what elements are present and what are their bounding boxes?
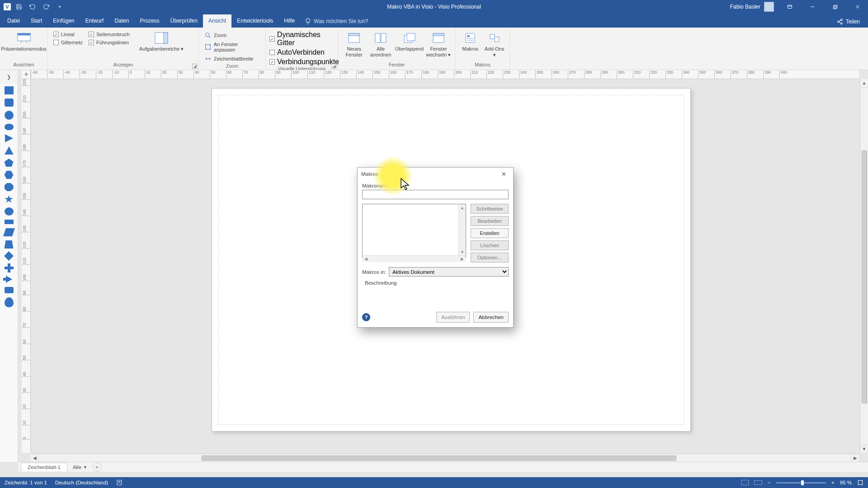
view-mode-wide-icon[interactable] [754, 480, 762, 485]
tab-start[interactable]: Start [25, 14, 47, 28]
status-language[interactable]: Deutsch (Deutschland) [55, 480, 108, 485]
macro-name-input[interactable] [362, 190, 509, 199]
macro-list-hscroll[interactable]: ◀▶ [363, 255, 466, 262]
horizontal-ruler[interactable]: -60-50-40-30-20-100102030405060708090100… [31, 70, 859, 79]
shape-rounded-rectangle[interactable] [5, 99, 14, 107]
tab-datei[interactable]: Datei [2, 14, 25, 28]
macros-in-select[interactable]: Aktives Dokument [389, 267, 509, 277]
scroll-up-icon[interactable]: ▲ [860, 79, 868, 87]
svg-line-15 [26, 41, 27, 43]
all-pages-dropdown[interactable]: Alle ▼ [68, 463, 92, 471]
fit-page-icon[interactable] [857, 479, 863, 486]
zoom-button[interactable]: Zoom [203, 31, 262, 40]
zoom-out-button[interactable]: − [768, 480, 771, 485]
shape-drop[interactable] [5, 297, 14, 307]
shape-triangle[interactable] [5, 146, 14, 155]
shape-plus[interactable] [5, 263, 14, 272]
macro-recording-icon[interactable] [116, 479, 123, 486]
task-panes-button[interactable]: Aufgabenbereiche ▾ [137, 29, 186, 54]
check-gitternetz[interactable]: Gitternetz [53, 40, 83, 45]
shape-bar[interactable] [5, 220, 14, 224]
view-mode-normal-icon[interactable] [741, 480, 749, 485]
shape-diamond[interactable] [4, 251, 14, 261]
vertical-ruler[interactable]: 0102030405060708090100110120130140150160… [22, 79, 31, 453]
shape-callout[interactable] [5, 287, 14, 293]
macros-button[interactable]: Makros [458, 29, 482, 54]
fit-window-button[interactable]: An Fenster anpassen [203, 41, 262, 53]
page-width-button[interactable]: Zeichenblattbreite [203, 54, 262, 63]
cascade-button[interactable]: Überlappend [394, 29, 425, 54]
presentation-mode-button[interactable]: Präsentationsmodus [2, 29, 46, 54]
shapes-pane-expand[interactable]: ❯ [0, 70, 18, 84]
ribbon-display-options-icon[interactable] [779, 0, 800, 14]
shape-hexagon[interactable] [5, 171, 14, 179]
edit-button[interactable]: Bearbeiten [471, 216, 509, 226]
addons-button[interactable]: Add-Ons ▾ [482, 29, 507, 59]
vscroll-thumb[interactable] [862, 150, 867, 404]
maximize-button[interactable] [825, 0, 845, 14]
macro-list-vscroll[interactable]: ▲▼ [458, 204, 466, 255]
check-verbindungspunkte[interactable]: ✓Verbindungspunkte [269, 58, 339, 66]
check-fuehrungslinien[interactable]: ✓Führungslinien [89, 40, 134, 45]
minimize-button[interactable] [802, 0, 823, 14]
page-tab-1[interactable]: Zeichenblatt-1 [21, 463, 67, 471]
cancel-button[interactable]: Abbrechen [473, 312, 509, 323]
switch-window-button[interactable]: Fenster wechseln ▾ [425, 29, 453, 59]
check-dynamisches-gitter[interactable]: ✓Dynamisches Gitter [269, 31, 339, 47]
account-area[interactable]: Fabio Basler [726, 2, 778, 12]
macro-list[interactable] [362, 204, 466, 258]
close-button[interactable] [847, 0, 868, 14]
shape-arrow[interactable] [6, 276, 12, 283]
share-button[interactable]: Teilen [830, 16, 866, 28]
run-button[interactable]: Ausführen [436, 312, 470, 323]
tab-hilfe[interactable]: Hilfe [278, 14, 300, 28]
ruler-origin[interactable]: ✥ [22, 70, 31, 79]
options-button[interactable]: Optionen... [471, 253, 509, 263]
create-button[interactable]: Erstellen [471, 228, 509, 238]
scroll-right-icon[interactable]: ▶ [851, 454, 859, 462]
scroll-left-icon[interactable]: ◀ [31, 454, 39, 462]
scroll-down-icon[interactable]: ▼ [860, 445, 868, 453]
qat-redo-icon[interactable] [41, 1, 52, 12]
shape-octagon[interactable] [5, 183, 14, 191]
tab-ansicht[interactable]: Ansicht [203, 14, 231, 28]
shape-right-triangle[interactable] [5, 134, 13, 142]
group-launcher-anzeigen[interactable]: ◢ [192, 64, 197, 69]
zoom-level[interactable]: 95 % [840, 480, 852, 485]
shape-ellipse[interactable] [5, 124, 14, 130]
step-into-button[interactable]: Schrittweise [471, 204, 509, 214]
shape-star[interactable] [5, 195, 14, 203]
delete-button[interactable]: Löschen [471, 240, 509, 250]
arrange-all-button[interactable]: Alle anordnen [367, 29, 394, 59]
check-lineal[interactable]: ✓Lineal [53, 32, 83, 37]
shape-trapezoid[interactable] [5, 240, 14, 249]
horizontal-scrollbar[interactable]: ◀ ▶ [31, 454, 859, 462]
qat-save-icon[interactable] [14, 1, 24, 12]
hscroll-thumb[interactable] [202, 455, 676, 461]
dialog-titlebar[interactable]: Makros ✕ [358, 168, 513, 180]
tab-prozess[interactable]: Prozess [134, 14, 165, 28]
zoom-slider[interactable] [776, 482, 826, 483]
tab-entwurf[interactable]: Entwurf [80, 14, 109, 28]
qat-undo-icon[interactable] [27, 1, 38, 12]
tab-überprüfen[interactable]: Überprüfen [165, 14, 203, 28]
tell-me[interactable]: Was möchten Sie tun? [300, 15, 373, 28]
shape-parallelogram[interactable] [3, 228, 15, 236]
tab-entwicklertools[interactable]: Entwicklertools [231, 14, 278, 28]
check-autoverbinden[interactable]: AutoVerbinden [269, 48, 339, 56]
qat-customize-icon[interactable]: ▾ [54, 1, 65, 12]
check-seitenumbruch[interactable]: ✓Seitenumbruch [89, 32, 134, 37]
tab-daten[interactable]: Daten [109, 14, 134, 28]
dialog-close-button[interactable]: ✕ [498, 169, 509, 179]
add-page-button[interactable]: ＋ [93, 463, 102, 472]
shape-pentagon[interactable] [5, 159, 14, 167]
tab-einfügen[interactable]: Einfügen [47, 14, 80, 28]
group-launcher-visuell[interactable]: ◢ [331, 64, 336, 69]
help-icon[interactable]: ? [362, 313, 370, 321]
shape-oval[interactable] [5, 207, 14, 216]
shape-rectangle[interactable] [5, 86, 14, 94]
zoom-in-button[interactable]: + [831, 480, 835, 485]
vertical-scrollbar[interactable]: ▲ ▼ [860, 79, 868, 453]
new-window-button[interactable]: Neues Fenster [341, 29, 367, 59]
shape-circle[interactable] [5, 111, 14, 120]
